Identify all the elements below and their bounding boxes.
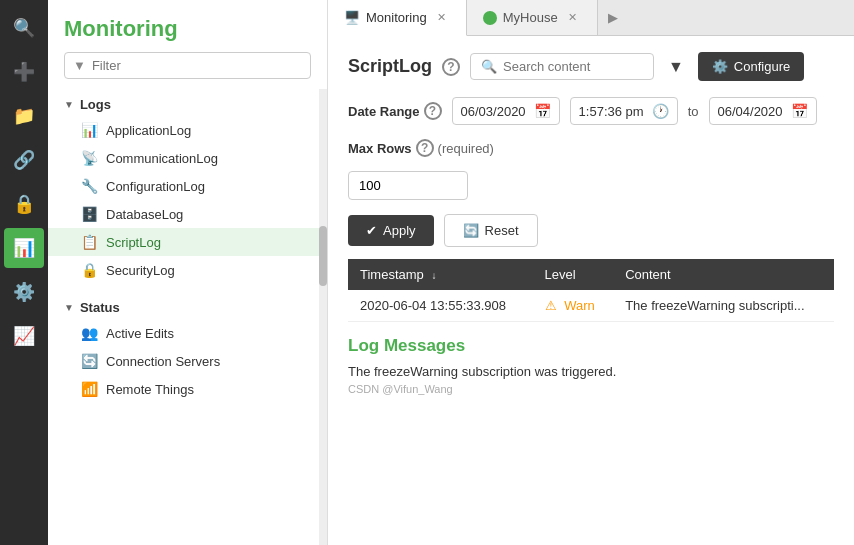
connection-servers-icon: 🔄 bbox=[80, 353, 98, 369]
icon-bar: 🔍 ➕ 📁 🔗 🔒 📊 ⚙️ 📈 bbox=[0, 0, 48, 545]
lock-nav-icon[interactable]: 🔒 bbox=[4, 184, 44, 224]
logs-chevron-icon: ▼ bbox=[64, 99, 74, 110]
status-chevron-icon: ▼ bbox=[64, 302, 74, 313]
scriptlog-label: ScriptLog bbox=[106, 235, 161, 250]
tab-add-button[interactable]: ▶ bbox=[598, 0, 628, 35]
sidebar-item-communicationlog[interactable]: 📡 CommunicationLog bbox=[48, 144, 327, 172]
from-time-value: 1:57:36 pm bbox=[579, 104, 644, 119]
timestamp-column-header[interactable]: Timestamp ↓ bbox=[348, 259, 533, 290]
sidebar-item-active-edits[interactable]: 👥 Active Edits bbox=[48, 319, 327, 347]
to-date-value: 06/04/2020 bbox=[718, 104, 783, 119]
from-time-input[interactable]: 1:57:36 pm 🕐 bbox=[570, 97, 678, 125]
sidebar-item-remote-things[interactable]: 📶 Remote Things bbox=[48, 375, 327, 403]
securitylog-label: SecurityLog bbox=[106, 263, 175, 278]
to-label: to bbox=[688, 104, 699, 119]
sidebar-item-connection-servers[interactable]: 🔄 Connection Servers bbox=[48, 347, 327, 375]
apply-button[interactable]: ✔ Apply bbox=[348, 215, 434, 246]
folder-nav-icon[interactable]: 📁 bbox=[4, 96, 44, 136]
tab-bar: 🖥️ Monitoring ✕ MyHouse ✕ ▶ bbox=[328, 0, 854, 36]
securitylog-icon: 🔒 bbox=[80, 262, 98, 278]
monitor-nav-icon[interactable]: 📊 bbox=[4, 228, 44, 268]
chart-nav-icon[interactable]: 📈 bbox=[4, 316, 44, 356]
sidebar-item-applicationlog[interactable]: 📊 ApplicationLog bbox=[48, 116, 327, 144]
search-box: 🔍 bbox=[470, 53, 654, 80]
sidebar-scroll-area: ▼ Logs 📊 ApplicationLog 📡 CommunicationL… bbox=[48, 89, 327, 545]
log-message-text: The freezeWarning subscription was trigg… bbox=[348, 364, 834, 379]
logs-section-header[interactable]: ▼ Logs bbox=[48, 89, 327, 116]
configure-button[interactable]: ⚙️ Configure bbox=[698, 52, 804, 81]
logs-section: ▼ Logs 📊 ApplicationLog 📡 CommunicationL… bbox=[48, 89, 327, 292]
apply-label: Apply bbox=[383, 223, 416, 238]
tab-monitoring-label: Monitoring bbox=[366, 10, 427, 25]
status-section-header[interactable]: ▼ Status bbox=[48, 292, 327, 319]
main-content: 🖥️ Monitoring ✕ MyHouse ✕ ▶ ScriptLog ? … bbox=[328, 0, 854, 545]
date-range-label: Date Range ? bbox=[348, 102, 442, 120]
timestamp-sort-icon: ↓ bbox=[431, 270, 436, 281]
reset-button[interactable]: 🔄 Reset bbox=[444, 214, 538, 247]
max-rows-required: (required) bbox=[438, 141, 494, 156]
filter-input[interactable] bbox=[92, 58, 302, 73]
applicationlog-label: ApplicationLog bbox=[106, 123, 191, 138]
sidebar-item-configurationlog[interactable]: 🔧 ConfigurationLog bbox=[48, 172, 327, 200]
databaselog-label: DatabaseLog bbox=[106, 207, 183, 222]
action-buttons-row: ✔ Apply 🔄 Reset bbox=[348, 214, 834, 247]
network-nav-icon[interactable]: 🔗 bbox=[4, 140, 44, 180]
sidebar-item-scriptlog[interactable]: 📋 ScriptLog bbox=[48, 228, 327, 256]
add-nav-icon[interactable]: ➕ bbox=[4, 52, 44, 92]
row-level: ⚠ Warn bbox=[533, 290, 614, 322]
from-date-input[interactable]: 06/03/2020 📅 bbox=[452, 97, 560, 125]
sidebar-header: Monitoring ▼ bbox=[48, 0, 327, 89]
sidebar-item-databaselog[interactable]: 🗄️ DatabaseLog bbox=[48, 200, 327, 228]
sidebar-item-securitylog[interactable]: 🔒 SecurityLog bbox=[48, 256, 327, 284]
date-range-row: Date Range ? 06/03/2020 📅 1:57:36 pm 🕐 t… bbox=[348, 97, 834, 125]
filter-button[interactable]: ▼ bbox=[664, 54, 688, 80]
scrollbar-thumb[interactable] bbox=[319, 226, 327, 286]
from-time-clock-icon[interactable]: 🕐 bbox=[652, 103, 669, 119]
filter-box[interactable]: ▼ bbox=[64, 52, 311, 79]
search-icon: 🔍 bbox=[481, 59, 497, 74]
to-date-input[interactable]: 06/04/2020 📅 bbox=[709, 97, 817, 125]
content-column-header: Content bbox=[613, 259, 834, 290]
tab-monitoring-icon: 🖥️ bbox=[344, 10, 360, 25]
tab-monitoring[interactable]: 🖥️ Monitoring ✕ bbox=[328, 0, 467, 36]
table-header-row: Timestamp ↓ Level Content bbox=[348, 259, 834, 290]
to-date-calendar-icon[interactable]: 📅 bbox=[791, 103, 808, 119]
scrollbar-track[interactable] bbox=[319, 89, 327, 545]
search-input[interactable] bbox=[503, 59, 643, 74]
level-column-header: Level bbox=[533, 259, 614, 290]
table-row[interactable]: 2020-06-04 13:55:33.908 ⚠ Warn The freez… bbox=[348, 290, 834, 322]
active-edits-icon: 👥 bbox=[80, 325, 98, 341]
from-date-value: 06/03/2020 bbox=[461, 104, 526, 119]
filter-icon: ▼ bbox=[73, 58, 86, 73]
tab-add-icon: ▶ bbox=[608, 10, 618, 25]
content-area: ScriptLog ? 🔍 ▼ ⚙️ Configure Date Range … bbox=[328, 36, 854, 545]
date-range-help-icon[interactable]: ? bbox=[424, 102, 442, 120]
status-section-label: Status bbox=[80, 300, 120, 315]
max-rows-input[interactable] bbox=[348, 171, 468, 200]
scriptlog-title: ScriptLog bbox=[348, 56, 432, 77]
tab-monitoring-close-icon[interactable]: ✕ bbox=[433, 9, 450, 26]
watermark: CSDN @Vifun_Wang bbox=[348, 383, 834, 395]
communicationlog-icon: 📡 bbox=[80, 150, 98, 166]
scriptlog-header: ScriptLog ? 🔍 ▼ ⚙️ Configure bbox=[348, 52, 834, 81]
scriptlog-help-icon[interactable]: ? bbox=[442, 58, 460, 76]
logs-section-label: Logs bbox=[80, 97, 111, 112]
configurationlog-icon: 🔧 bbox=[80, 178, 98, 194]
databaselog-icon: 🗄️ bbox=[80, 206, 98, 222]
myhouse-status-icon bbox=[483, 11, 497, 25]
reset-label: Reset bbox=[485, 223, 519, 238]
communicationlog-label: CommunicationLog bbox=[106, 151, 218, 166]
search-nav-icon[interactable]: 🔍 bbox=[4, 8, 44, 48]
tab-myhouse[interactable]: MyHouse ✕ bbox=[467, 0, 598, 35]
row-timestamp: 2020-06-04 13:55:33.908 bbox=[348, 290, 533, 322]
warn-triangle-icon: ⚠ bbox=[545, 298, 557, 313]
remote-things-label: Remote Things bbox=[106, 382, 194, 397]
applicationlog-icon: 📊 bbox=[80, 122, 98, 138]
from-date-calendar-icon[interactable]: 📅 bbox=[534, 103, 551, 119]
apply-check-icon: ✔ bbox=[366, 223, 377, 238]
status-section: ▼ Status 👥 Active Edits 🔄 Connection Ser… bbox=[48, 292, 327, 411]
max-rows-row: Max Rows ? (required) bbox=[348, 139, 834, 157]
max-rows-help-icon[interactable]: ? bbox=[416, 139, 434, 157]
settings-nav-icon[interactable]: ⚙️ bbox=[4, 272, 44, 312]
tab-myhouse-close-icon[interactable]: ✕ bbox=[564, 9, 581, 26]
